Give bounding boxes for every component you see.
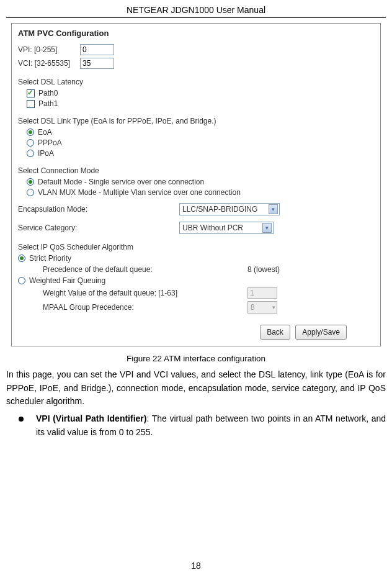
svc-cat-select[interactable]: UBR Without PCR ▾ xyxy=(179,222,274,234)
encap-row: Encapsulation Mode: LLC/SNAP-BRIDGING ▾ xyxy=(18,203,374,215)
qos-strict-label: Strict Priority xyxy=(29,254,71,263)
qos-weight-input xyxy=(247,287,277,299)
svc-cat-label: Service Category: xyxy=(18,224,179,232)
conn-default-row[interactable]: Default Mode - Single service over one c… xyxy=(27,178,374,186)
body-paragraph: In this page, you can set the VPI and VC… xyxy=(6,368,386,409)
qos-mpaal-label: MPAAL Group Precedence: xyxy=(43,303,247,312)
qos-wfq-row[interactable]: Weighted Fair Queuing xyxy=(18,276,374,285)
button-row: Back Apply/Save xyxy=(18,325,374,340)
path0-checkbox[interactable] xyxy=(27,89,35,97)
path1-checkbox[interactable] xyxy=(27,100,35,108)
qos-precedence-label: Precedence of the default queue: xyxy=(43,265,247,274)
ipoa-row[interactable]: IPoA xyxy=(27,149,374,158)
chevron-down-icon: ▾ xyxy=(262,223,272,233)
qos-mpaal-value: 8 xyxy=(251,303,255,312)
svc-cat-row: Service Category: UBR Without PCR ▾ xyxy=(18,222,374,234)
path0-row[interactable]: Path0 xyxy=(27,89,374,97)
qos-wfq-radio[interactable] xyxy=(18,277,25,284)
apply-save-button[interactable]: Apply/Save xyxy=(295,325,347,340)
eoa-row[interactable]: EoA xyxy=(27,128,374,137)
pppoa-row[interactable]: PPPoA xyxy=(27,138,374,147)
qos-wfq-label: Weighted Fair Queuing xyxy=(29,276,105,285)
conn-default-radio[interactable] xyxy=(27,178,34,186)
qos-strict-radio[interactable] xyxy=(18,255,25,262)
pppoa-label: PPPoA xyxy=(38,138,62,147)
chevron-down-icon: ▾ xyxy=(269,204,278,214)
vci-label: VCI: [32-65535] xyxy=(18,59,80,68)
chevron-down-icon: ▾ xyxy=(272,304,275,310)
qos-weight-row: Weight Value of the default queue: [1-63… xyxy=(43,287,374,299)
ipoa-radio[interactable] xyxy=(27,150,34,157)
bullet-vpi: VPI (Virtual Path Identifier): The virtu… xyxy=(19,412,386,439)
dsl-link-type-label: Select DSL Link Type (EoA is for PPPoE, … xyxy=(18,117,374,125)
figure-caption: Figure 22 ATM interface configuration xyxy=(0,354,392,363)
qos-precedence-row: Precedence of the default queue: 8 (lowe… xyxy=(43,265,374,274)
qos-label: Select IP QoS Scheduler Algorithm xyxy=(18,243,374,251)
svc-cat-value: UBR Without PCR xyxy=(182,224,247,232)
bullet-bold: VPI (Virtual Path Identifier) xyxy=(36,413,146,423)
conn-mode-label: Select Connection Mode xyxy=(18,166,374,175)
qos-mpaal-select: 8 ▾ xyxy=(247,301,277,314)
conn-vlan-label: VLAN MUX Mode - Multiple Vlan service ov… xyxy=(38,188,241,197)
section-title-atm: ATM PVC Configuration xyxy=(18,29,374,38)
vpi-row: VPI: [0-255] xyxy=(18,44,374,55)
atm-config-screenshot: ATM PVC Configuration VPI: [0-255] VCI: … xyxy=(11,23,381,346)
encap-select[interactable]: LLC/SNAP-BRIDGING ▾ xyxy=(179,203,280,215)
qos-weight-label: Weight Value of the default queue: [1-63… xyxy=(43,289,247,297)
conn-default-label: Default Mode - Single service over one c… xyxy=(38,178,204,186)
page-header: NETGEAR JDGN1000 User Manual xyxy=(6,0,386,18)
conn-vlan-radio[interactable] xyxy=(27,189,34,196)
qos-precedence-value: 8 (lowest) xyxy=(247,265,316,274)
bullet-icon xyxy=(19,417,24,422)
pppoa-radio[interactable] xyxy=(27,139,34,147)
ipoa-label: IPoA xyxy=(38,149,54,158)
back-button[interactable]: Back xyxy=(260,325,290,340)
vci-row: VCI: [32-65535] xyxy=(18,58,374,69)
dsl-latency-label: Select DSL Latency xyxy=(18,78,374,86)
vpi-label: VPI: [0-255] xyxy=(18,45,80,54)
conn-vlan-row[interactable]: VLAN MUX Mode - Multiple Vlan service ov… xyxy=(27,188,374,197)
path1-label: Path1 xyxy=(38,99,58,108)
qos-strict-row[interactable]: Strict Priority xyxy=(18,254,374,263)
path0-label: Path0 xyxy=(38,89,58,97)
vci-input[interactable] xyxy=(80,58,114,69)
vpi-input[interactable] xyxy=(80,44,114,55)
page-number: 18 xyxy=(0,561,392,571)
path1-row[interactable]: Path1 xyxy=(27,99,374,108)
qos-mpaal-row: MPAAL Group Precedence: 8 ▾ xyxy=(43,301,374,314)
eoa-radio[interactable] xyxy=(27,129,34,136)
eoa-label: EoA xyxy=(38,128,52,137)
encap-label: Encapsulation Mode: xyxy=(18,205,179,214)
encap-value: LLC/SNAP-BRIDGING xyxy=(182,205,261,214)
bullet-text: VPI (Virtual Path Identifier): The virtu… xyxy=(36,412,386,439)
